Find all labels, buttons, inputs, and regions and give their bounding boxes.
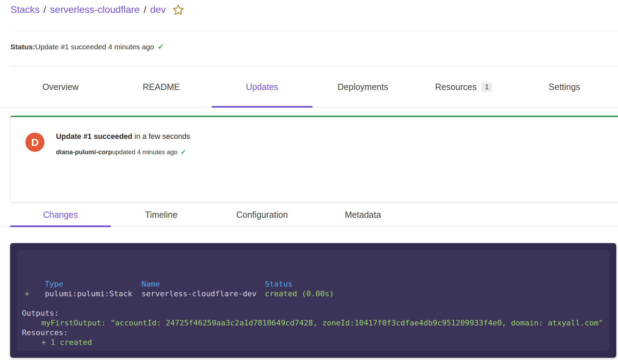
update-detail-tab-bar: Changes Timeline Configuration Metadata: [0, 202, 618, 227]
update-changes-terminal: Type Name Status + pulumi:pulumi:Stack s…: [10, 243, 616, 358]
success-check-icon: ✓: [157, 42, 164, 51]
user-avatar: D: [25, 133, 44, 152]
tab-label: Configuration: [236, 210, 288, 220]
breadcrumb: Stacks / serverless-cloudflare / dev: [10, 3, 185, 16]
breadcrumb-project-link[interactable]: serverless-cloudflare: [50, 4, 140, 15]
status-text: Update #1 succeeded 4 minutes ago: [35, 43, 154, 51]
breadcrumb-stack-link[interactable]: dev: [150, 4, 166, 15]
stack-tab-bar: Overview README Updates Deployments Reso…: [0, 66, 618, 108]
terminal-create-op: +: [25, 289, 29, 299]
active-tab-underline: [10, 225, 111, 227]
terminal-col-header-status: Status: [265, 279, 292, 289]
tab-resources[interactable]: Resources 1: [413, 66, 514, 107]
stack-status-line: Status: Update #1 succeeded 4 minutes ag…: [10, 42, 164, 51]
tab-label: Deployments: [338, 82, 388, 92]
resources-count-badge: 1: [481, 82, 492, 92]
terminal-col-header-type: Type: [45, 279, 63, 289]
tab-label: Timeline: [145, 210, 178, 220]
active-tab-underline: [212, 106, 312, 108]
tab-label: Resources: [435, 82, 477, 92]
update-card-subtitle: diana-pulumi-corp updated 4 minutes ago …: [56, 148, 186, 156]
stack-update-page: Stacks / serverless-cloudflare / dev Sta…: [0, 0, 618, 364]
tab-label: Metadata: [345, 210, 381, 220]
tab-label: Changes: [43, 210, 78, 220]
divider: [10, 31, 618, 31]
tab-settings[interactable]: Settings: [514, 66, 615, 107]
tab-label: Overview: [42, 82, 79, 92]
favorite-star-icon[interactable]: [172, 3, 185, 16]
breadcrumb-separator: /: [144, 4, 146, 15]
tab-configuration[interactable]: Configuration: [212, 202, 312, 227]
terminal-resources-summary: + 1 created: [41, 338, 92, 347]
tab-updates[interactable]: Updates: [212, 66, 312, 107]
update-card-title: Update #1 succeeded in a few seconds: [56, 132, 190, 141]
update-author: diana-pulumi-corp: [56, 148, 112, 156]
terminal-outputs-label: Outputs:: [22, 308, 59, 318]
terminal-resource-status: created (0.00s): [265, 289, 334, 299]
update-title-duration: in a few seconds: [132, 132, 190, 141]
tab-label: Settings: [549, 82, 580, 92]
tab-metadata[interactable]: Metadata: [312, 202, 413, 227]
terminal-resources-label: Resources:: [22, 328, 68, 338]
tab-timeline[interactable]: Timeline: [111, 202, 212, 227]
terminal-col-header-name: Name: [141, 279, 160, 289]
tab-deployments[interactable]: Deployments: [312, 66, 413, 107]
success-check-icon: ✓: [181, 148, 186, 156]
tab-label: Updates: [246, 82, 278, 92]
update-title-bold: Update #1 succeeded: [56, 132, 132, 141]
update-summary-card[interactable]: D Update #1 succeeded in a few seconds d…: [10, 116, 618, 202]
tab-label: README: [143, 82, 180, 92]
terminal-resource-type: pulumi:pulumi:Stack: [45, 289, 132, 299]
tab-overview[interactable]: Overview: [10, 66, 111, 107]
terminal-panel: [17, 250, 609, 351]
tab-readme[interactable]: README: [111, 66, 212, 107]
breadcrumb-stacks-link[interactable]: Stacks: [10, 4, 40, 15]
status-label: Status:: [10, 43, 35, 51]
breadcrumb-separator: /: [43, 4, 46, 15]
terminal-output-value: myFirstOutput: "accountId: 24725f46259aa…: [41, 318, 603, 328]
update-time: updated 4 minutes ago: [112, 148, 177, 156]
terminal-resource-name: serverless-cloudflare-dev: [141, 289, 257, 299]
tab-changes[interactable]: Changes: [10, 202, 111, 227]
